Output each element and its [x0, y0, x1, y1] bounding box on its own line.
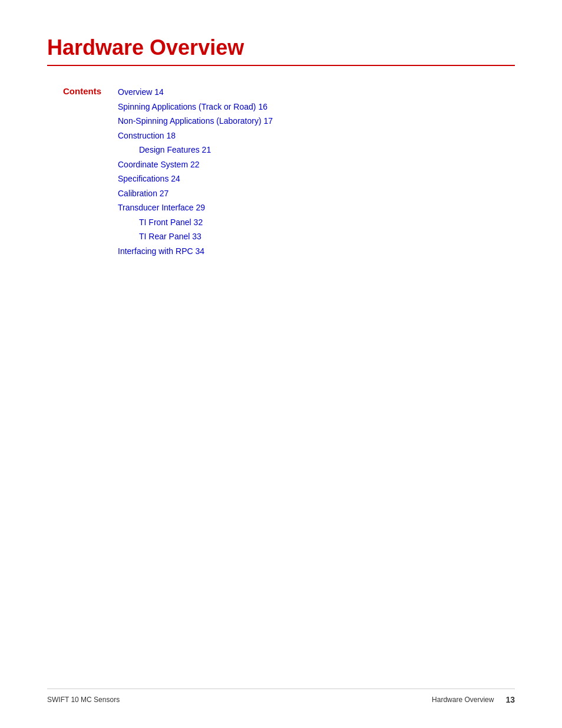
toc-item-label: Transducer Interface	[118, 203, 194, 212]
toc-item-label: Specifications	[118, 174, 168, 183]
toc-item-page: 17	[262, 116, 273, 126]
toc-item-page: 22	[188, 160, 199, 169]
toc-item-page: 33	[190, 232, 201, 241]
toc-item[interactable]: Specifications 24	[118, 172, 273, 186]
toc-item[interactable]: Transducer Interface 29	[118, 200, 273, 215]
footer-left-text: SWIFT 10 MC Sensors	[47, 696, 120, 704]
toc-item-page: 14	[152, 87, 163, 97]
toc-item[interactable]: Design Features 21	[118, 143, 273, 157]
toc-item[interactable]: Coordinate System 22	[118, 157, 273, 172]
toc-item-page: 29	[194, 203, 205, 212]
toc-item[interactable]: Calibration 27	[118, 186, 273, 201]
toc-item-label: TI Rear Panel	[139, 232, 190, 241]
toc-item-page: 16	[256, 102, 267, 111]
toc-item-label: Calibration	[118, 189, 157, 198]
contents-section: Contents Overview 14Spinning Application…	[47, 85, 515, 258]
footer-right: Hardware Overview 13	[432, 695, 515, 704]
page-footer: SWIFT 10 MC Sensors Hardware Overview 13	[47, 689, 515, 704]
toc-item-page: 34	[193, 246, 204, 256]
toc-item[interactable]: Overview 14	[118, 85, 273, 100]
toc-item-label: Non-Spinning Applications (Laboratory)	[118, 116, 262, 126]
toc-item-label: Overview	[118, 87, 152, 97]
toc-item-page: 27	[157, 189, 168, 198]
toc-item-page: 21	[200, 145, 211, 154]
footer-right-text: Hardware Overview	[432, 696, 494, 704]
toc-item-label: TI Front Panel	[139, 218, 191, 227]
toc-item-label: Construction	[118, 131, 164, 140]
toc-item-label: Interfacing with RPC	[118, 246, 193, 256]
page-title: Hardware Overview	[47, 35, 515, 60]
toc-item-page: 32	[191, 218, 203, 227]
title-divider	[47, 65, 515, 66]
toc-item-label: Spinning Applications (Track or Road)	[118, 102, 256, 111]
toc-item[interactable]: Interfacing with RPC 34	[118, 244, 273, 259]
toc-item-page: 24	[168, 174, 180, 183]
footer-page-number: 13	[505, 695, 515, 704]
toc-item-label: Design Features	[139, 145, 200, 154]
toc-item-label: Coordinate System	[118, 160, 188, 169]
toc-item[interactable]: TI Rear Panel 33	[118, 229, 273, 244]
toc-item[interactable]: Spinning Applications (Track or Road) 16	[118, 100, 273, 114]
toc-list: Overview 14Spinning Applications (Track …	[118, 85, 273, 258]
contents-label: Contents	[47, 85, 118, 258]
toc-item-page: 18	[164, 131, 176, 140]
toc-item[interactable]: TI Front Panel 32	[118, 215, 273, 230]
toc-item[interactable]: Non-Spinning Applications (Laboratory) 1…	[118, 114, 273, 129]
toc-item[interactable]: Construction 18	[118, 129, 273, 143]
page: Hardware Overview Contents Overview 14Sp…	[0, 0, 562, 728]
